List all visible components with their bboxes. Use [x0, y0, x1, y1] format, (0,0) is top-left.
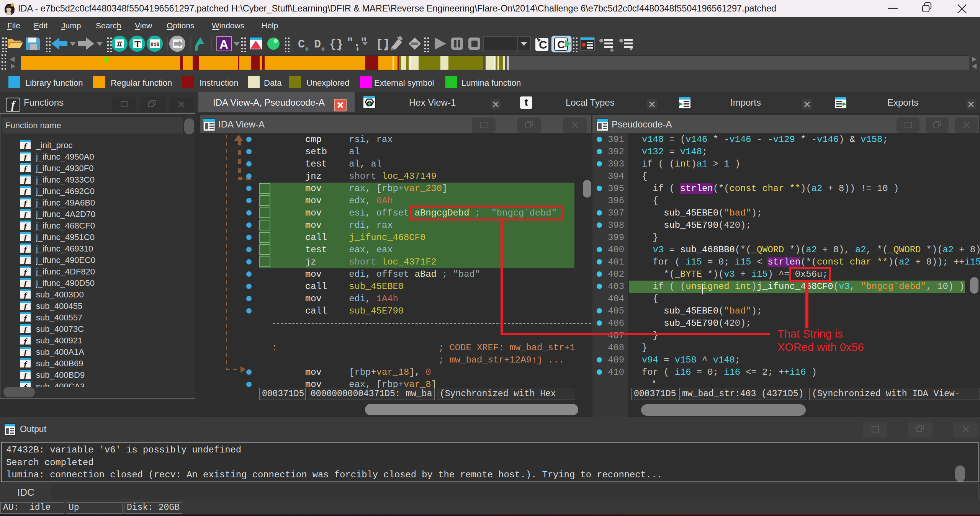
svg-text:T: T	[134, 39, 141, 49]
svg-text:*: *	[630, 46, 633, 54]
svg-text:A: A	[219, 38, 228, 51]
svg-text:D: D	[314, 38, 321, 51]
svg-text:+: +	[355, 46, 360, 53]
svg-text:C: C	[557, 39, 565, 51]
svg-text:+: +	[321, 46, 325, 53]
svg-text:C: C	[298, 38, 305, 51]
svg-text:#: #	[117, 39, 122, 50]
svg-text:+: +	[305, 46, 309, 53]
svg-text:+: +	[384, 46, 388, 53]
svg-text:+: +	[338, 46, 342, 53]
svg-text:010: 010	[151, 42, 160, 47]
svg-text:+: +	[610, 46, 614, 54]
